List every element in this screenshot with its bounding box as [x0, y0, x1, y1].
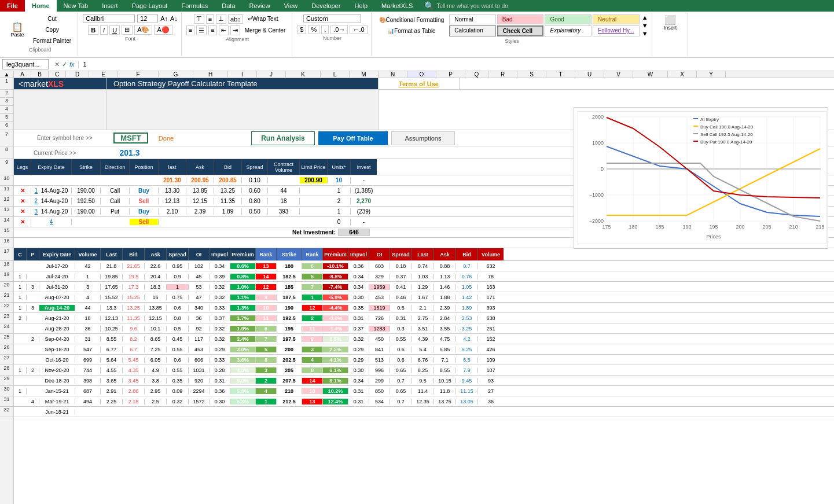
- align-right-icon[interactable]: ≡: [208, 25, 216, 35]
- decrease-indent-icon[interactable]: ⇤: [219, 25, 229, 35]
- tab-data[interactable]: Data: [215, 0, 242, 12]
- col-w[interactable]: W: [633, 71, 668, 78]
- style-calculation[interactable]: Calculation: [449, 25, 496, 36]
- decrease-decimal-button[interactable]: .0→: [330, 25, 348, 34]
- tab-formulas[interactable]: Formulas: [174, 0, 215, 12]
- number-format-dropdown[interactable]: Custom: [303, 14, 361, 23]
- col-f[interactable]: F: [118, 71, 159, 78]
- col-y[interactable]: Y: [697, 71, 726, 78]
- text-direction-icon[interactable]: ab↕: [228, 14, 243, 24]
- tab-help[interactable]: Help: [347, 0, 374, 12]
- style-normal[interactable]: Normal: [449, 14, 496, 24]
- style-check-cell[interactable]: Check Cell: [497, 25, 544, 36]
- leg3-link[interactable]: 3: [35, 208, 38, 215]
- col-r[interactable]: R: [488, 71, 517, 78]
- tab-marketxls[interactable]: MarketXLS: [374, 0, 420, 12]
- col-x[interactable]: X: [668, 71, 697, 78]
- italic-button[interactable]: I: [100, 25, 108, 35]
- merge-center-button[interactable]: Merge & Center: [242, 25, 289, 35]
- font-size-dropdown[interactable]: 12: [137, 14, 158, 23]
- col-i[interactable]: I: [228, 71, 257, 78]
- font-shrink-icon[interactable]: A↓: [170, 15, 178, 22]
- col-e[interactable]: E: [89, 71, 118, 78]
- styles-scroll-down[interactable]: ▼: [642, 30, 648, 37]
- styles-scroll-mid[interactable]: ▼: [642, 22, 648, 29]
- col-k[interactable]: K: [286, 71, 321, 78]
- payoff-table-button[interactable]: Pay Off Table: [318, 131, 388, 145]
- terms-of-use-link[interactable]: Terms of Use: [399, 80, 439, 87]
- style-neutral[interactable]: Neutral: [593, 14, 640, 24]
- col-o[interactable]: O: [407, 71, 436, 78]
- increase-decimal-button[interactable]: ←.0: [350, 25, 367, 34]
- align-middle-icon[interactable]: ≡: [206, 14, 214, 24]
- tab-home[interactable]: Home: [25, 0, 57, 12]
- col-c[interactable]: C: [49, 71, 66, 78]
- col-v[interactable]: V: [604, 71, 633, 78]
- symbol-value[interactable]: MSFT: [120, 134, 141, 142]
- copy-button[interactable]: Copy: [30, 25, 74, 35]
- paste-button[interactable]: 📋 Paste: [6, 21, 29, 39]
- style-good[interactable]: Good: [545, 14, 591, 24]
- confirm-formula-icon[interactable]: ✓: [62, 61, 67, 68]
- underline-button[interactable]: U: [109, 25, 120, 35]
- col-l[interactable]: L: [321, 71, 350, 78]
- run-analysis-button[interactable]: Run Analysis: [251, 131, 315, 145]
- align-center-icon[interactable]: ☰: [196, 25, 207, 35]
- col-b[interactable]: B: [31, 71, 49, 78]
- align-bottom-icon[interactable]: ⊥: [216, 14, 226, 24]
- style-explanatory[interactable]: Explanatory .: [545, 25, 591, 36]
- col-n[interactable]: N: [379, 71, 407, 78]
- increase-indent-icon[interactable]: ⇥: [230, 25, 240, 35]
- borders-button[interactable]: ⊞: [122, 25, 133, 35]
- font-color-button[interactable]: A🔴: [154, 25, 172, 35]
- font-grow-icon[interactable]: A↑: [160, 15, 168, 22]
- insert-function-icon[interactable]: fx: [69, 61, 75, 68]
- cut-button[interactable]: Cut: [30, 14, 74, 24]
- tab-review[interactable]: Review: [243, 0, 277, 12]
- format-as-table-button[interactable]: 📊 Format as Table: [376, 26, 447, 36]
- leg4-link[interactable]: 4: [50, 219, 53, 225]
- fill-color-button[interactable]: A🎨: [134, 25, 152, 35]
- col-a[interactable]: A: [14, 71, 31, 78]
- conditional-formatting-button[interactable]: 🎨 Conditional Formatting: [376, 15, 447, 25]
- tab-view[interactable]: View: [277, 0, 305, 12]
- style-bad[interactable]: Bad: [497, 14, 544, 24]
- format-painter-button[interactable]: Format Painter: [30, 36, 74, 46]
- leg2-link[interactable]: 2: [35, 198, 38, 204]
- tab-developer[interactable]: Developer: [304, 0, 347, 12]
- styles-scroll-up[interactable]: ▲: [642, 14, 648, 21]
- col-m[interactable]: M: [350, 71, 379, 78]
- align-top-icon[interactable]: ⊤: [194, 14, 204, 24]
- percent-button[interactable]: %: [308, 25, 319, 34]
- bold-button[interactable]: B: [88, 25, 98, 35]
- col-s[interactable]: S: [517, 71, 546, 78]
- col-q[interactable]: Q: [465, 71, 488, 78]
- formula-input[interactable]: [81, 60, 832, 69]
- style-followed-hyperlink[interactable]: Followed Hy...: [593, 25, 640, 36]
- col-p[interactable]: P: [436, 71, 465, 78]
- col-j[interactable]: J: [257, 71, 286, 78]
- terms-cell[interactable]: Terms of Use: [379, 78, 460, 89]
- symbol-input-cell[interactable]: MSFT: [113, 133, 148, 144]
- insert-button[interactable]: ⬜ Insert: [661, 14, 680, 32]
- cancel-formula-icon[interactable]: ✕: [54, 61, 60, 68]
- col-g[interactable]: G: [159, 71, 193, 78]
- align-left-icon[interactable]: ≡: [186, 25, 194, 35]
- wrap-text-button[interactable]: ↵ Wrap Text: [245, 14, 281, 24]
- svg-rect-31: [693, 126, 698, 127]
- tab-file[interactable]: File: [0, 0, 25, 12]
- leg1-link[interactable]: 1: [35, 187, 38, 194]
- tab-newtab[interactable]: New Tab: [57, 0, 95, 12]
- tab-insert[interactable]: Insert: [95, 0, 125, 12]
- cell-reference[interactable]: leg3quant...: [2, 59, 49, 69]
- assumptions-button[interactable]: Assumptions: [391, 131, 455, 145]
- font-format-row: B I U ⊞ A🎨 A🔴: [88, 25, 172, 35]
- col-t[interactable]: T: [546, 71, 575, 78]
- col-u[interactable]: U: [575, 71, 604, 78]
- comma-button[interactable]: ,: [321, 25, 329, 34]
- currency-button[interactable]: $: [297, 25, 306, 34]
- tab-pagelayout[interactable]: Page Layout: [125, 0, 175, 12]
- font-family-dropdown[interactable]: Calibri: [83, 14, 135, 23]
- col-d[interactable]: D: [66, 71, 89, 78]
- col-h[interactable]: H: [193, 71, 228, 78]
